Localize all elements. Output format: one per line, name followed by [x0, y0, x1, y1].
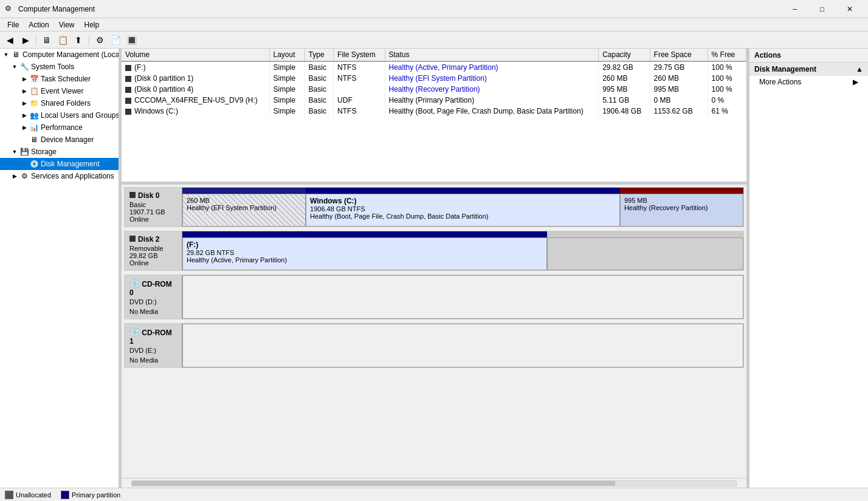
cell-type: Basic [305, 84, 334, 95]
sidebar-item-performance[interactable]: ▶ 📊 Performance [0, 121, 119, 134]
forward-button[interactable]: ▶ [18, 33, 33, 47]
legend-box-unallocated [5, 491, 13, 499]
menu-view[interactable]: View [54, 19, 80, 30]
toolbar-btn-1[interactable]: 🖥 [40, 33, 54, 47]
partition-status: Healthy (EFI System Partition) [187, 204, 301, 211]
col-volume[interactable]: Volume [122, 49, 269, 61]
partition-size: 29.82 GB NTFS [187, 249, 543, 256]
cell-volume: (Disk 0 partition 1) [122, 73, 269, 84]
sidebar-item-services-apps[interactable]: ▶ ⚙ Services and Applications [0, 170, 119, 182]
back-button[interactable]: ◀ [2, 33, 17, 47]
table-row[interactable]: (Disk 0 partition 1) Simple Basic NTFS H… [122, 73, 746, 84]
disk-parts-row [182, 324, 743, 367]
sidebar-item-storage[interactable]: ▼ 💾 Storage [0, 146, 119, 158]
disk-bar-segment [182, 188, 306, 194]
cell-volume: Windows (C:) [122, 106, 269, 117]
sidebar-item-disk-management[interactable]: ▶ 💿 Disk Management [0, 158, 119, 170]
actions-more-actions[interactable]: More Actions ▶ [749, 76, 868, 88]
disk-info: 💿 CD-ROM 1 DVD (E:) No Media [125, 324, 182, 367]
root-expander[interactable]: ▼ [1, 50, 11, 60]
disk-visual-area: Disk 0 Basic 1907.71 GB Online 260 MB He… [122, 185, 746, 478]
system-tools-expander[interactable]: ▼ [10, 62, 19, 72]
menu-file[interactable]: File [2, 19, 24, 30]
disk-partitions [182, 275, 743, 319]
col-layout[interactable]: Layout [269, 49, 305, 61]
cell-pctfree: 100 % [708, 61, 746, 73]
toolbar-btn-2[interactable]: 📋 [55, 33, 70, 47]
disk-row: 💿 CD-ROM 0 DVD (D:) No Media [124, 274, 744, 319]
right-pane-actions: Actions Disk Management ▲ More Actions ▶ [749, 49, 868, 488]
col-type[interactable]: Type [305, 49, 334, 61]
sidebar-item-device-manager[interactable]: ▶ 🖥 Device Manager [0, 134, 119, 146]
sidebar-item-system-tools[interactable]: ▼ 🔧 System Tools [0, 61, 119, 73]
toolbar-btn-4[interactable]: ⚙ [92, 33, 107, 47]
cell-freespace: 995 MB [650, 84, 708, 95]
disk-parts-row: 260 MB Healthy (EFI System Partition) Wi… [182, 194, 743, 227]
shared-folders-expander[interactable]: ▶ [19, 98, 29, 108]
cell-status: Healthy (Primary Partition) [385, 95, 599, 106]
disk-status: No Media [129, 356, 177, 364]
col-filesystem[interactable]: File System [334, 49, 385, 61]
task-scheduler-expander[interactable]: ▶ [19, 74, 29, 84]
sidebar-item-task-scheduler[interactable]: ▶ 📅 Task Scheduler [0, 73, 119, 85]
table-row[interactable]: (F:) Simple Basic NTFS Healthy (Active, … [122, 61, 746, 73]
menu-help[interactable]: Help [80, 19, 105, 30]
partition-status: Healthy (Active, Primary Partition) [187, 256, 543, 264]
cell-volume: (Disk 0 partition 4) [122, 84, 269, 95]
table-row[interactable]: Windows (C:) Simple Basic NTFS Healthy (… [122, 106, 746, 117]
performance-expander[interactable]: ▶ [19, 123, 29, 132]
menu-bar: File Action View Help [0, 18, 868, 32]
event-viewer-label: Event Viewer [41, 87, 83, 95]
cell-pctfree: 0 % [708, 95, 746, 106]
table-row[interactable]: CCCOMA_X64FRE_EN-US_DV9 (H:) Simple Basi… [122, 95, 746, 106]
cell-capacity: 995 MB [599, 84, 650, 95]
disk-partition[interactable] [182, 275, 743, 319]
col-status[interactable]: Status [385, 49, 599, 61]
col-pctfree[interactable]: % Free [708, 49, 746, 61]
sidebar-item-event-viewer[interactable]: ▶ 📋 Event Viewer [0, 85, 119, 97]
root-icon: 🖥 [11, 50, 21, 60]
performance-label: Performance [41, 123, 83, 132]
minimize-button[interactable]: – [781, 0, 808, 18]
tree-root[interactable]: ▼ 🖥 Computer Management (Local [0, 49, 119, 61]
disk-partition[interactable]: Windows (C:) 1906.48 GB NTFS Healthy (Bo… [306, 194, 620, 227]
services-apps-expander[interactable]: ▶ [10, 171, 19, 181]
actions-disk-mgmt-section[interactable]: Disk Management ▲ [749, 63, 868, 76]
toolbar-btn-3[interactable]: ⬆ [71, 33, 86, 47]
disk-row: Disk 2 Removable 29.82 GB Online (F:) 29… [124, 231, 744, 271]
disk-partition[interactable]: 260 MB Healthy (EFI System Partition) [182, 194, 306, 227]
local-users-icon: 👥 [29, 111, 39, 120]
disk-partition[interactable] [182, 324, 743, 367]
menu-action[interactable]: Action [24, 19, 53, 30]
cell-layout: Simple [269, 73, 305, 84]
shared-folders-icon: 📁 [29, 98, 39, 108]
disk-info: 💿 CD-ROM 0 DVD (D:) No Media [125, 275, 182, 319]
performance-icon: 📊 [29, 123, 39, 132]
table-row[interactable]: (Disk 0 partition 4) Simple Basic Health… [122, 84, 746, 95]
cell-filesystem: NTFS [334, 73, 385, 84]
sidebar-item-local-users[interactable]: ▶ 👥 Local Users and Groups [0, 109, 119, 121]
sidebar-item-shared-folders[interactable]: ▶ 📁 Shared Folders [0, 97, 119, 109]
storage-expander[interactable]: ▼ [10, 147, 19, 157]
local-users-expander[interactable]: ▶ [19, 111, 29, 120]
cell-filesystem: NTFS [334, 61, 385, 73]
disk-partitions [182, 324, 743, 367]
col-capacity[interactable]: Capacity [599, 49, 650, 61]
window-controls: – □ ✕ [781, 0, 863, 18]
disk-partition[interactable]: (F:) 29.82 GB NTFS Healthy (Active, Prim… [182, 237, 547, 270]
maximize-button[interactable]: □ [808, 0, 836, 18]
event-viewer-expander[interactable]: ▶ [19, 86, 29, 96]
horizontal-scrollbar[interactable] [122, 478, 746, 488]
disk-partition[interactable]: 995 MB Healthy (Recovery Partition) [620, 194, 743, 227]
cell-pctfree: 61 % [708, 106, 746, 117]
toolbar-btn-5[interactable]: 📄 [108, 33, 123, 47]
close-button[interactable]: ✕ [836, 0, 863, 18]
disk-parts-row [182, 275, 743, 319]
disk-row: Disk 0 Basic 1907.71 GB Online 260 MB He… [124, 187, 744, 227]
col-freespace[interactable]: Free Space [650, 49, 708, 61]
cell-pctfree: 100 % [708, 84, 746, 95]
toolbar-btn-6[interactable]: 🔳 [124, 33, 139, 47]
services-apps-icon: ⚙ [19, 171, 29, 181]
root-label: Computer Management (Local [22, 50, 119, 59]
disk-type: Basic [129, 201, 177, 208]
